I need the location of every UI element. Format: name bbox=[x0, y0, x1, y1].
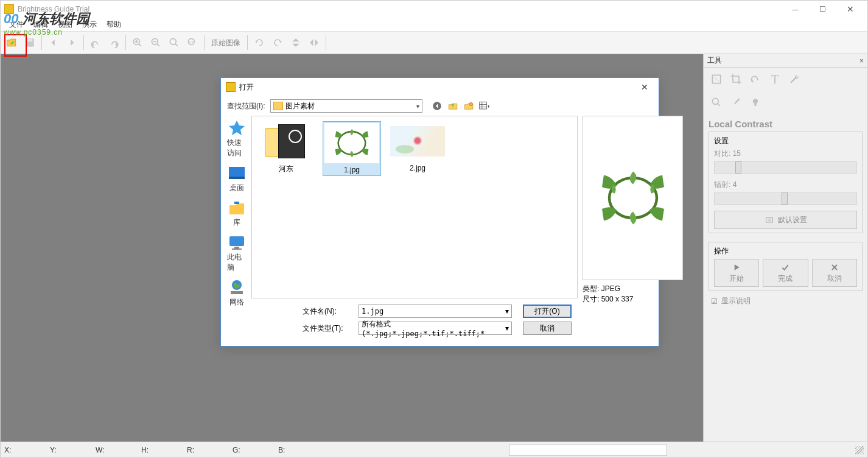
bulb-tool-icon[interactable] bbox=[747, 94, 763, 110]
status-w: W: bbox=[96, 446, 129, 454]
place-network[interactable]: 网络 bbox=[227, 279, 247, 308]
dialog-cancel-button[interactable]: 取消 bbox=[523, 322, 572, 335]
filetype-label: 文件类型(T): bbox=[303, 323, 352, 334]
status-x: X: bbox=[4, 446, 38, 454]
menu-file[interactable]: 文件 bbox=[4, 18, 29, 31]
app-title: Brightness Guide Trial bbox=[18, 5, 782, 13]
window-close-button[interactable] bbox=[836, 2, 864, 16]
cancel-button[interactable]: 取消 bbox=[812, 259, 857, 287]
svg-rect-10 bbox=[754, 104, 756, 106]
status-readout bbox=[509, 445, 667, 456]
titlebar: Brightness Guide Trial bbox=[1, 1, 867, 18]
original-image-label: 原始图像 bbox=[208, 38, 244, 48]
file-item-2jpg[interactable]: 2.jpg bbox=[388, 121, 447, 172]
folder-icon bbox=[273, 102, 283, 110]
svg-rect-1 bbox=[27, 39, 32, 41]
svg-rect-14 bbox=[479, 102, 486, 109]
filename-label: 文件名(N): bbox=[303, 306, 352, 317]
status-r: R: bbox=[187, 446, 220, 454]
place-library[interactable]: 库 bbox=[227, 199, 247, 228]
open-file-dialog: 打开 ✕ 查找范围(I): 图片素材 ▾ 快速访问 桌面 bbox=[220, 77, 659, 347]
radius-slider[interactable]: 辐射: 4 bbox=[714, 180, 857, 205]
dialog-icon bbox=[226, 82, 236, 92]
tools-title: 工具 bbox=[707, 55, 859, 66]
app-icon bbox=[4, 4, 14, 14]
redo-button[interactable] bbox=[105, 34, 122, 51]
folder-dropdown[interactable]: 图片素材 ▾ bbox=[270, 99, 422, 113]
dialog-close-button[interactable]: ✕ bbox=[635, 82, 654, 92]
contrast-slider[interactable]: 对比: 15 bbox=[714, 149, 857, 174]
resize-grip-icon[interactable] bbox=[855, 446, 864, 454]
section-title: Local Contrast bbox=[709, 119, 863, 129]
view-mode-icon[interactable] bbox=[478, 100, 491, 112]
search-tool-icon[interactable] bbox=[709, 94, 724, 110]
file-item-1jpg[interactable]: 1.jpg bbox=[323, 121, 381, 176]
tools-close-icon[interactable]: × bbox=[859, 57, 864, 65]
open-button[interactable]: 打开(O) bbox=[523, 305, 572, 318]
lookin-label: 查找范围(I): bbox=[227, 101, 265, 111]
preview-pane bbox=[583, 116, 683, 280]
brush-tool-icon[interactable] bbox=[728, 94, 744, 110]
filename-input[interactable]: 1.jpg▾ bbox=[359, 305, 512, 318]
menubar: 文件 编辑 视图 演示 帮助 bbox=[1, 18, 867, 31]
status-b: B: bbox=[278, 446, 312, 454]
resize-tool-icon[interactable] bbox=[709, 71, 724, 87]
svg-rect-20 bbox=[232, 248, 242, 250]
svg-rect-17 bbox=[234, 202, 239, 204]
flip-vertical-button[interactable] bbox=[287, 34, 304, 51]
svg-point-9 bbox=[753, 99, 758, 104]
menu-edit[interactable]: 编辑 bbox=[29, 18, 53, 31]
new-folder-icon[interactable] bbox=[463, 100, 475, 112]
dialog-title: 打开 bbox=[239, 82, 635, 93]
places-bar: 快速访问 桌面 库 此电脑 网络 bbox=[227, 116, 247, 341]
nav-forward-button[interactable] bbox=[63, 34, 80, 51]
undo-button[interactable] bbox=[87, 34, 104, 51]
menu-view[interactable]: 视图 bbox=[53, 18, 77, 31]
status-g: G: bbox=[233, 446, 266, 454]
nav-back-icon[interactable] bbox=[431, 100, 443, 112]
toolbar: 1:1 原始图像 bbox=[1, 31, 867, 54]
place-desktop[interactable]: 桌面 bbox=[227, 164, 247, 193]
zoom-100-button[interactable]: 1:1 bbox=[184, 34, 201, 51]
place-quick-access[interactable]: 快速访问 bbox=[227, 119, 247, 158]
folder-item[interactable]: 河东 bbox=[257, 121, 315, 174]
svg-text:1:1: 1:1 bbox=[189, 40, 194, 44]
status-y: Y: bbox=[50, 446, 83, 454]
actions-legend: 操作 bbox=[714, 247, 729, 255]
file-list[interactable]: 河东 1.jpg 2.jpg bbox=[251, 116, 578, 298]
nav-back-button[interactable] bbox=[45, 34, 62, 51]
window-maximize-button[interactable] bbox=[809, 2, 836, 16]
tools-panel: 工具 × T Local Contrast 设置 对比 bbox=[703, 54, 867, 442]
show-description-checkbox[interactable]: ☑显示说明 bbox=[711, 296, 860, 306]
zoom-fit-button[interactable] bbox=[166, 34, 183, 51]
text-tool-icon[interactable]: T bbox=[767, 71, 783, 87]
menu-help[interactable]: 帮助 bbox=[102, 18, 126, 31]
default-settings-button[interactable]: 默认设置 bbox=[714, 211, 857, 229]
menu-demo[interactable]: 演示 bbox=[77, 18, 102, 31]
zoom-out-button[interactable] bbox=[147, 34, 164, 51]
svg-rect-16 bbox=[229, 177, 245, 179]
svg-rect-19 bbox=[234, 247, 239, 248]
svg-rect-18 bbox=[229, 236, 244, 246]
rotate-ccw-button[interactable] bbox=[251, 34, 268, 51]
statusbar: X: Y: W: H: R: G: B: bbox=[1, 442, 867, 457]
settings-legend: 设置 bbox=[714, 136, 729, 145]
svg-rect-11 bbox=[766, 217, 772, 222]
svg-rect-22 bbox=[231, 291, 243, 294]
zoom-in-button[interactable] bbox=[129, 34, 146, 51]
flip-horizontal-button[interactable] bbox=[306, 34, 323, 51]
status-h: H: bbox=[141, 446, 175, 454]
finish-button[interactable]: 完成 bbox=[763, 259, 808, 287]
rotate-cw-button[interactable] bbox=[269, 34, 286, 51]
open-button-highlight bbox=[4, 34, 27, 57]
place-this-pc[interactable]: 此电脑 bbox=[227, 234, 247, 273]
svg-rect-15 bbox=[229, 167, 245, 178]
undo-tool-icon[interactable] bbox=[747, 71, 763, 87]
start-button[interactable]: 开始 bbox=[714, 259, 759, 287]
wrench-tool-icon[interactable] bbox=[786, 71, 802, 87]
nav-up-icon[interactable] bbox=[447, 100, 459, 112]
filetype-dropdown[interactable]: 所有格式 (*.jpg;*.jpeg;*.tif;*.tiff;*▾ bbox=[359, 322, 512, 335]
crop-tool-icon[interactable] bbox=[728, 71, 744, 87]
window-minimize-button[interactable] bbox=[782, 2, 809, 16]
